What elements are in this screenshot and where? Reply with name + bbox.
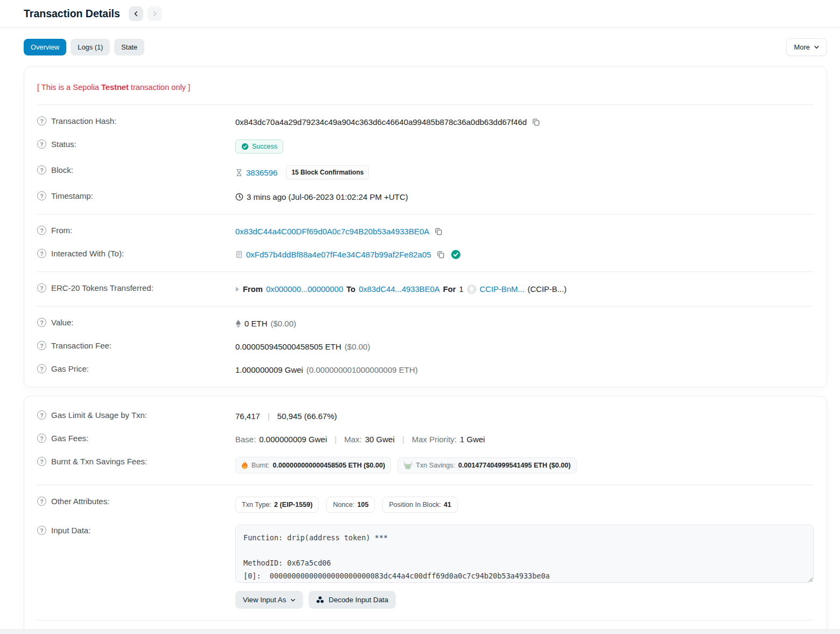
position-in-block-badge: Position In Block: 41 xyxy=(382,497,458,513)
divider xyxy=(37,485,814,485)
help-icon[interactable] xyxy=(37,410,46,420)
copy-icon[interactable] xyxy=(437,250,445,259)
decode-input-data-label: Decode Input Data xyxy=(328,596,388,604)
caret-right-icon[interactable] xyxy=(235,287,240,292)
block-number-link[interactable]: 3836596 xyxy=(246,168,277,177)
more-button[interactable]: More xyxy=(786,38,827,56)
row-input-data: Input Data: Function: drip(address token… xyxy=(37,519,814,615)
txn-savings-badge-value: 0.001477404999541495 ETH ($0.00) xyxy=(458,462,571,469)
token-symbol: (CCIP-B...) xyxy=(528,285,566,294)
chevron-down-icon xyxy=(290,597,296,603)
help-icon[interactable] xyxy=(37,226,46,235)
chevron-right-icon xyxy=(152,11,158,17)
other-attributes-label: Other Attributes: xyxy=(51,497,109,506)
page-bottom-strip xyxy=(0,629,840,634)
gas-fees-max-priority-label: Max Priority: xyxy=(412,435,457,444)
tab-state[interactable]: State xyxy=(114,39,144,55)
transaction-hash-value: 0x843dc70a4a29d79234c49a904c363d6c46640a… xyxy=(235,117,527,127)
help-icon[interactable] xyxy=(37,165,46,175)
testnet-notice: [ This is a Sepolia Testnet transaction … xyxy=(37,72,814,99)
value-usd: ($0.00) xyxy=(271,319,297,328)
chevron-left-icon xyxy=(133,11,139,17)
more-button-label: More xyxy=(794,43,810,51)
help-icon[interactable] xyxy=(37,457,46,466)
verified-check-icon xyxy=(451,250,460,259)
help-icon[interactable] xyxy=(37,341,46,350)
help-icon[interactable] xyxy=(37,249,46,258)
erc20-from-address-link[interactable]: 0x000000...00000000 xyxy=(266,285,343,294)
help-icon[interactable] xyxy=(37,364,46,373)
transaction-fee-usd: ($0.00) xyxy=(345,342,370,351)
transaction-fee-label: Transaction Fee: xyxy=(51,341,111,350)
input-data-actions: View Input As Decode Input Data xyxy=(235,591,814,609)
token-icon xyxy=(467,284,477,294)
transaction-hash-label: Transaction Hash: xyxy=(51,116,116,126)
erc20-from-label: From xyxy=(243,285,263,294)
interacted-with-label: Interacted With (To): xyxy=(51,249,124,258)
contract-file-icon xyxy=(235,250,243,259)
tab-logs[interactable]: Logs (1) xyxy=(71,39,110,55)
erc20-for-label: For xyxy=(443,285,456,294)
value-label: Value: xyxy=(51,318,73,327)
erc20-to-address-link[interactable]: 0x83dC44...4933BE0A xyxy=(359,285,440,294)
row-erc20-transfers: ERC-20 Tokens Transferred: From 0x000000… xyxy=(37,277,814,301)
view-input-as-button[interactable]: View Input As xyxy=(235,591,303,609)
help-icon[interactable] xyxy=(37,140,46,149)
status-label: Status: xyxy=(51,140,76,149)
help-icon[interactable] xyxy=(37,497,46,506)
token-name-link[interactable]: CCIP-BnM... xyxy=(480,285,524,294)
row-timestamp: Timestamp: 3 mins ago (Jul-06-2023 01:02… xyxy=(37,185,814,208)
txn-savings-badge: Txn Savings: 0.001477404999541495 ETH ($… xyxy=(397,457,576,473)
status-badge-label: Success xyxy=(252,143,277,150)
row-gas-price: Gas Price: 1.000000009 Gwei (0.000000001… xyxy=(37,358,814,381)
burnt-savings-label: Burnt & Txn Savings Fees: xyxy=(51,457,147,466)
gas-price-amount: 1.000000009 Gwei xyxy=(235,365,303,374)
timestamp-label: Timestamp: xyxy=(51,191,93,200)
tab-overview[interactable]: Overview xyxy=(24,39,66,55)
gas-limit-usage-label: Gas Limit & Usage by Txn: xyxy=(51,410,147,420)
row-interacted-with: Interacted With (To): 0xFd57b4ddBf88a4e0… xyxy=(37,243,814,266)
next-txn-button[interactable] xyxy=(148,6,162,21)
chevron-down-icon xyxy=(814,44,820,50)
status-badge: Success xyxy=(235,140,283,154)
row-other-attributes: Other Attributes: Txn Type: 2 (EIP-1559)… xyxy=(37,491,814,519)
divider xyxy=(37,104,814,105)
help-icon[interactable] xyxy=(37,116,46,126)
gas-price-label: Gas Price: xyxy=(51,364,89,373)
to-address-link[interactable]: 0xFd57b4ddBf88a4e07fF4e34C487b99af2Fe82a… xyxy=(246,250,431,259)
help-icon[interactable] xyxy=(37,283,46,292)
money-wings-icon xyxy=(403,462,412,469)
tab-list: Overview Logs (1) State xyxy=(24,39,144,55)
check-circle-icon xyxy=(241,143,249,150)
divider xyxy=(37,620,814,621)
row-value: Value: 0 ETH ($0.00) xyxy=(37,312,814,335)
help-icon[interactable] xyxy=(37,191,46,200)
help-icon[interactable] xyxy=(37,526,46,535)
row-transaction-fee: Transaction Fee: 0.000050945000458505 ET… xyxy=(37,335,814,358)
row-gas-limit-usage: Gas Limit & Usage by Txn: 76,417 50,945 … xyxy=(37,402,814,428)
burnt-badge-value: 0.000000000000458505 ETH ($0.00) xyxy=(273,462,386,469)
help-icon[interactable] xyxy=(37,318,46,327)
overview-card: [ This is a Sepolia Testnet transaction … xyxy=(24,66,827,387)
decode-input-data-button[interactable]: Decode Input Data xyxy=(309,591,396,609)
copy-icon[interactable] xyxy=(532,118,540,126)
tabs-row: Overview Logs (1) State More xyxy=(0,28,840,66)
previous-txn-button[interactable] xyxy=(129,6,143,21)
view-input-as-label: View Input As xyxy=(243,596,286,604)
erc20-transfers-label: ERC-20 Tokens Transferred: xyxy=(51,283,153,292)
row-transaction-hash: Transaction Hash: 0x843dc70a4a29d79234c4… xyxy=(37,110,814,134)
input-data-textarea[interactable]: Function: drip(address token) *** Method… xyxy=(235,525,814,583)
from-address-link[interactable]: 0x83dC44a4C00DFf69d0A0c7c94B20b53a4933BE… xyxy=(235,227,429,236)
pipe-divider xyxy=(263,412,274,421)
txn-savings-badge-label: Txn Savings: xyxy=(416,462,455,469)
flame-icon xyxy=(241,461,248,469)
page-header: Transaction Details xyxy=(0,0,840,28)
gas-limit: 76,417 xyxy=(235,412,260,421)
erc20-to-label: To xyxy=(346,285,355,294)
row-status: Status: Success xyxy=(37,134,814,159)
gas-fees-label: Gas Fees: xyxy=(51,434,88,443)
row-gas-fees: Gas Fees: Base: 0.000000009 Gwei Max: 30… xyxy=(37,428,814,451)
help-icon[interactable] xyxy=(37,434,46,443)
copy-icon[interactable] xyxy=(435,227,443,235)
cubes-icon xyxy=(316,596,324,604)
